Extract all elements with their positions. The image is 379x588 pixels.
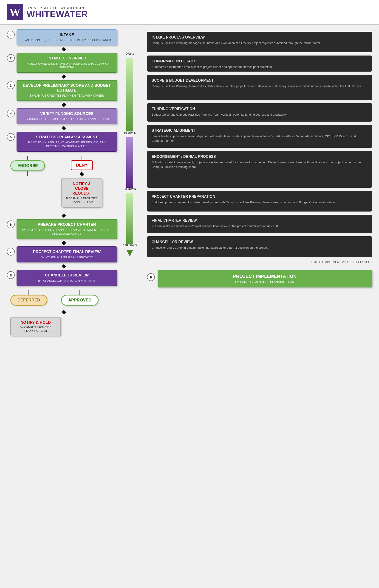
connector-diamond [62, 310, 66, 315]
notify-close-subtitle: BY CAMPUS FACILITIES PLANNING TEAM [66, 197, 98, 204]
desc-box-2: CONFIRMATION DETAILS Automated confirmat… [147, 56, 372, 72]
step-4-title: VERIFY FUNDING SOURCES [21, 112, 113, 116]
connector-line [79, 290, 80, 295]
campus-name: WHITEWATER [27, 10, 88, 19]
step-7-number: 7 [7, 248, 15, 256]
spacer [7, 152, 117, 156]
step-7-box: PROJECT CHARTER FINAL REVIEW BY: VC ADMI… [16, 246, 117, 263]
spacer [7, 208, 117, 212]
step-5-box: STRATEGIC PLAN ASSESSMENT BY: VC ADMIN. … [16, 132, 117, 152]
step-1-title: INTAKE [21, 33, 113, 37]
step-2-title: INTAKE CONFIRMED [21, 56, 113, 60]
green-bar-top [126, 58, 133, 132]
header: W UNIVERSITY OF WISCONSIN WHITEWATER [0, 0, 379, 25]
approved-branch: APPROVED [61, 290, 98, 306]
connector-line [29, 290, 29, 295]
uw-logo: W [7, 4, 23, 20]
step-3-content: DEVELOP PRELIMINARY SCOPE AND BUDGET EST… [16, 80, 117, 101]
step-4-box: VERIFY FUNDING SOURCES BY BUDGET OFFICE … [16, 108, 117, 124]
spacer [7, 287, 117, 290]
step-8-title: CHANCELLOR REVIEW [21, 273, 113, 278]
step-3-number: 3 [7, 81, 15, 89]
connector-diamond [62, 74, 66, 79]
step-2-number: 2 [7, 54, 15, 62]
university-name: UNIVERSITY OF WISCONSIN [27, 6, 88, 10]
purple-bar [126, 137, 133, 188]
step-1-subtitle: EVALUATION REQUEST SUBMITTED ONLINE BY P… [21, 38, 113, 42]
step-4-row: 4 VERIFY FUNDING SOURCES BY BUDGET OFFIC… [7, 108, 117, 124]
step-1-content: INTAKE EVALUATION REQUEST SUBMITTED ONLI… [16, 29, 117, 45]
connector-line [81, 156, 82, 160]
step-6-subtitle: BY CAMPUS FACILITIES PLANNING TEAM WITH … [21, 228, 113, 236]
step-6-title: PREPARE PROJECT CHARTER [21, 222, 113, 227]
logo-text: UNIVERSITY OF WISCONSIN WHITEWATER [27, 6, 88, 19]
notify-hold-title: NOTIFY & HOLD [15, 320, 56, 325]
step-7-subtitle: BY: VC ADMIN. AFFAIRS AND PROVOST [21, 256, 113, 260]
connector-diamond [62, 241, 66, 245]
connector-5-6 [11, 212, 117, 219]
time-varies-label: TIME TO IMPLEMENT VARIES BY PROJECT [147, 260, 372, 264]
notify-hold-box: NOTIFY & HOLD BY CAMPUS FACILITIES PLANN… [10, 317, 61, 336]
connector-diamond [62, 47, 66, 52]
step-9-number: 9 [147, 273, 155, 281]
notify-close-box: NOTIFY & CLOSE REQUEST BY CAMPUS FACILIT… [61, 178, 102, 208]
project-implementation-box: PROJECT IMPLEMENTATION BY CAMPUS FACILIT… [158, 270, 372, 287]
step-5-number: 5 [7, 133, 15, 141]
days120-label: 120 DAYS [123, 243, 137, 247]
connector-line [27, 156, 28, 160]
branch-section: ENDORSE DENY NOTIFY & CLOSE REQUEST BY C… [10, 156, 117, 208]
step-6-row: 6 PREPARE PROJECT CHARTER BY CAMPUS FACI… [7, 219, 117, 239]
page-content: 1 INTAKE EVALUATION REQUEST SUBMITTED ON… [0, 25, 379, 449]
step-4-number: 4 [7, 110, 15, 118]
step-7-title: PROJECT CHARTER FINAL REVIEW [21, 250, 113, 254]
desc-box-3: SCOPE & BUDGET DEVELOPMENT Campus Facili… [147, 75, 372, 100]
step-1-row: 1 INTAKE EVALUATION REQUEST SUBMITTED ON… [7, 29, 117, 45]
step-9-row: 9 PROJECT IMPLEMENTATION BY CAMPUS FACIL… [147, 265, 372, 287]
days90-label: 90 DAYS [124, 187, 136, 191]
days60-label: 60 DAYS [124, 131, 136, 134]
step-3-box: DEVELOP PRELIMINARY SCOPE AND BUDGET EST… [16, 80, 117, 101]
connector-line [27, 171, 28, 176]
deny-box: DENY [71, 160, 93, 170]
desc-box-1: INTAKE PROCESS OVERVIEW Campus Facilitie… [147, 32, 372, 52]
desc-box-5: STRATEGIC ALIGNMENT Senior leadership re… [147, 125, 372, 148]
connector-to-hold [11, 309, 117, 316]
desc-box-branch: ENDORSEMENT / DENIAL PROCESS Following s… [147, 151, 372, 188]
timeline-svg: DAY 1 60 DAYS 90 DAYS [121, 32, 139, 445]
green-arrow [126, 250, 133, 256]
day1-label: DAY 1 [126, 52, 134, 55]
deny-branch: DENY NOTIFY & CLOSE REQUEST BY CAMPUS FA… [61, 156, 102, 208]
notify-close-title: NOTIFY & CLOSE REQUEST [66, 182, 98, 196]
desc-box-6: PROJECT CHARTER PREPARATION Endorsed pro… [147, 191, 372, 211]
svg-text:W: W [9, 6, 20, 18]
desc-box-7: FINAL CHARTER REVIEW VC Administrative A… [147, 215, 372, 233]
connector-diamond [62, 103, 66, 107]
step-5-row: 5 STRATEGIC PLAN ASSESSMENT BY: VC ADMIN… [7, 132, 117, 152]
notify-hold-subtitle: BY CAMPUS FACILITIES PLANNING TEAM [15, 326, 56, 333]
step-2-subtitle: PROJECT OWNER AND SPONSOR RECEIVE AN EMA… [21, 62, 113, 70]
desc-box-4: FUNDING VERIFICATION Budget Office and C… [147, 103, 372, 122]
endorse-oval: ENDORSE [10, 160, 45, 171]
step-6-box: PREPARE PROJECT CHARTER BY CAMPUS FACILI… [16, 219, 117, 239]
right-panel: INTAKE PROCESS OVERVIEW Campus Facilitie… [142, 29, 372, 445]
deferred-oval: DEFERRED [10, 295, 47, 306]
green-bar-lower [126, 193, 133, 244]
step-8-row: 8 CHANCELLOR REVIEW BY: CHANCELLOR AND V… [7, 270, 117, 286]
step-6-number: 6 [7, 220, 15, 228]
step-4-subtitle: BY BUDGET OFFICE AND CAMPUS FACILITIES P… [21, 117, 113, 121]
connector-4-5 [11, 125, 117, 132]
step-3-row: 3 DEVELOP PRELIMINARY SCOPE AND BUDGET E… [7, 80, 117, 101]
step-6-content: PREPARE PROJECT CHARTER BY CAMPUS FACILI… [16, 219, 117, 239]
center-panel: DAY 1 60 DAYS 90 DAYS [117, 29, 142, 445]
deferred-branch: DEFERRED [10, 290, 47, 306]
step-2-box: INTAKE CONFIRMED PROJECT OWNER AND SPONS… [16, 53, 117, 73]
left-panel: 1 INTAKE EVALUATION REQUEST SUBMITTED ON… [7, 29, 117, 445]
step-7-content: PROJECT CHARTER FINAL REVIEW BY: VC ADMI… [16, 246, 117, 263]
connector-3-4 [11, 102, 117, 108]
impl-title: PROJECT IMPLEMENTATION [163, 274, 367, 279]
step-2-row: 2 INTAKE CONFIRMED PROJECT OWNER AND SPO… [7, 53, 117, 73]
connector-7-8 [11, 263, 117, 270]
step-1-box: INTAKE EVALUATION REQUEST SUBMITTED ONLI… [16, 29, 117, 45]
step-1-number: 1 [7, 31, 15, 39]
approved-oval: APPROVED [61, 295, 98, 306]
